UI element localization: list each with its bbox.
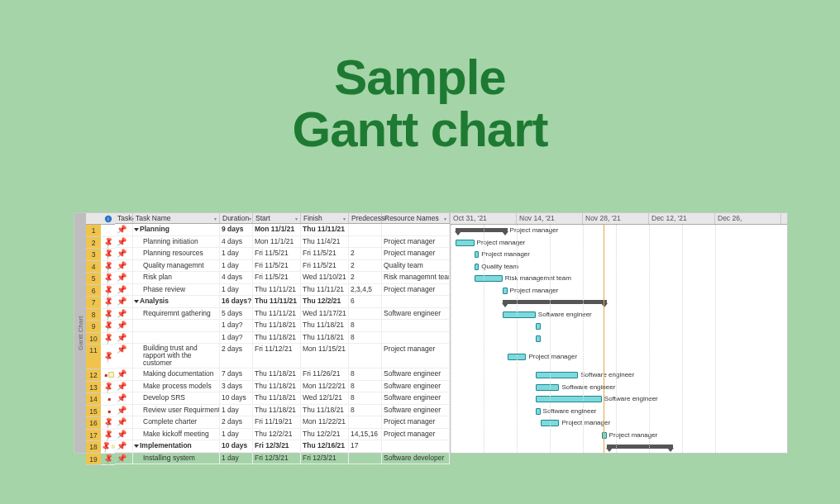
start-cell[interactable]: Thu 11/18/21 — [253, 320, 301, 331]
task-mode-cell[interactable]: 📌 — [115, 368, 133, 380]
predecessors-cell[interactable]: 8 — [349, 405, 382, 416]
task-name-cell[interactable]: Implementation — [133, 440, 220, 452]
row-id[interactable]: 12 — [86, 369, 101, 382]
predecessors-cell[interactable]: 14,15,16 — [349, 429, 382, 440]
resource-cell[interactable] — [382, 320, 450, 331]
row-id[interactable]: 5 — [86, 273, 101, 285]
resource-cell[interactable]: Project manager — [382, 248, 450, 259]
table-row[interactable]: 📌 Installing system 1 day Fri 12/3/21 Fr… — [115, 453, 450, 465]
predecessors-cell[interactable] — [349, 453, 382, 464]
start-cell[interactable]: Fri 12/3/21 — [253, 440, 301, 452]
row-id-header[interactable] — [86, 213, 101, 225]
task-name-cell[interactable]: Review user Requirments — [133, 405, 220, 416]
task-name-cell[interactable]: Quality managemnt — [133, 260, 220, 272]
finish-cell[interactable]: Thu 11/18/21 — [301, 332, 349, 344]
resource-cell[interactable]: Project manager — [382, 284, 450, 296]
duration-cell[interactable]: 1 day? — [220, 332, 253, 344]
table-row[interactable]: 📌 Analysis 16 days? Thu 11/11/21 Thu 12/… — [115, 296, 450, 308]
col-start[interactable]: Start — [253, 213, 301, 223]
task-name-cell[interactable] — [133, 332, 220, 344]
duration-cell[interactable]: 4 days — [220, 236, 253, 248]
row-id[interactable]: 9 — [86, 321, 101, 333]
table-row[interactable]: 📌 Develop SRS 10 days Thu 11/18/21 Wed 1… — [115, 392, 450, 405]
row-id[interactable]: 10 — [86, 333, 101, 345]
finish-cell[interactable]: Thu 11/18/21 — [301, 405, 349, 416]
summary-bar[interactable] — [503, 300, 607, 304]
table-row[interactable]: 📌 Planning initiation 4 days Mon 11/1/21… — [115, 236, 450, 249]
task-bar[interactable] — [503, 288, 508, 294]
start-cell[interactable]: Thu 11/18/21 — [253, 381, 301, 392]
table-row[interactable]: 📌 Risk plan 4 days Fri 11/5/21 Wed 11/10… — [115, 272, 450, 284]
row-id[interactable]: 4 — [86, 261, 101, 273]
task-name-cell[interactable]: Planning — [133, 224, 220, 235]
task-bar[interactable] — [475, 251, 480, 258]
finish-cell[interactable]: Wed 11/17/21 — [301, 308, 349, 320]
resource-cell[interactable] — [382, 440, 450, 452]
start-cell[interactable]: Fri 11/19/21 — [253, 416, 301, 428]
table-row[interactable]: 📌 Planning 9 days Mon 11/1/21 Thu 11/11/… — [115, 224, 450, 236]
resource-cell[interactable]: Quality team — [382, 260, 450, 272]
task-mode-cell[interactable]: 📌 — [115, 405, 133, 416]
row-id[interactable]: 14 — [86, 393, 101, 406]
expand-icon[interactable] — [134, 228, 139, 231]
start-cell[interactable]: Fri 11/5/21 — [253, 248, 301, 259]
finish-cell[interactable]: Mon 11/22/21 — [301, 416, 349, 428]
row-id[interactable]: 13 — [86, 382, 101, 394]
row-id[interactable]: 6 — [86, 285, 101, 297]
finish-cell[interactable]: Thu 12/2/21 — [301, 429, 349, 440]
task-name-cell[interactable]: Phase review — [133, 284, 220, 296]
expand-icon[interactable] — [134, 445, 139, 448]
task-mode-cell[interactable]: 📌 — [115, 416, 133, 428]
start-cell[interactable]: Mon 11/1/21 — [253, 224, 301, 235]
table-row[interactable]: 📌 1 day? Thu 11/18/21 Thu 11/18/21 8 — [115, 332, 450, 345]
task-bar[interactable] — [536, 384, 560, 391]
row-id[interactable]: 15 — [86, 406, 101, 418]
duration-cell[interactable]: 1 day — [220, 429, 253, 440]
duration-cell[interactable]: 1 day? — [220, 320, 253, 331]
predecessors-cell[interactable]: 2 — [349, 260, 382, 272]
start-cell[interactable]: Mon 11/1/21 — [253, 236, 301, 248]
row-id[interactable]: 17 — [86, 430, 101, 442]
col-task-mode[interactable]: Task — [115, 213, 133, 223]
table-row[interactable]: 📌 1 day? Thu 11/18/21 Thu 11/18/21 8 — [115, 320, 450, 332]
task-name-cell[interactable]: Make process models — [133, 381, 220, 392]
task-bar[interactable] — [536, 323, 541, 330]
summary-bar[interactable] — [456, 228, 508, 232]
duration-cell[interactable]: 1 day — [220, 248, 253, 259]
table-row[interactable]: 📌 Complete charter 2 days Fri 11/19/21 M… — [115, 416, 450, 429]
duration-cell[interactable]: 10 days — [220, 440, 253, 452]
task-mode-cell[interactable]: 📌 — [115, 224, 133, 235]
row-id[interactable]: 3 — [86, 249, 101, 261]
table-row[interactable]: 📌 Phase review 1 day Thu 11/11/21 Thu 11… — [115, 284, 450, 297]
duration-cell[interactable]: 3 days — [220, 381, 253, 392]
row-id[interactable]: 1 — [86, 225, 101, 237]
resource-cell[interactable] — [382, 224, 450, 235]
resource-cell[interactable]: Software engineer — [382, 405, 450, 416]
task-mode-cell[interactable]: 📌 — [115, 260, 133, 272]
finish-cell[interactable]: Fri 11/5/21 — [301, 248, 349, 259]
row-id[interactable]: 16 — [86, 417, 101, 430]
task-mode-cell[interactable]: 📌 — [115, 272, 133, 283]
start-cell[interactable]: Thu 11/18/21 — [253, 392, 301, 404]
duration-cell[interactable]: 7 days — [220, 368, 253, 380]
finish-cell[interactable]: Fri 11/5/21 — [301, 260, 349, 272]
predecessors-cell[interactable] — [349, 416, 382, 428]
task-name-cell[interactable]: Installing system — [133, 453, 220, 464]
row-id[interactable]: 19 — [86, 454, 101, 466]
task-bar[interactable] — [475, 275, 503, 282]
table-row[interactable]: 📌 Implementation 10 days Fri 12/3/21 Thu… — [115, 440, 450, 453]
finish-cell[interactable]: Wed 11/10/21 — [301, 272, 349, 283]
task-mode-cell[interactable]: 📌 — [115, 308, 133, 320]
predecessors-cell[interactable]: 2 — [349, 272, 382, 283]
finish-cell[interactable]: Thu 12/2/21 — [301, 296, 349, 307]
task-mode-cell[interactable]: 📌 — [115, 332, 133, 344]
predecessors-cell[interactable]: 8 — [349, 368, 382, 380]
table-row[interactable]: 📌 Make process models 3 days Thu 11/18/2… — [115, 381, 450, 393]
predecessors-cell[interactable]: 8 — [349, 381, 382, 392]
task-mode-cell[interactable]: 📌 — [115, 392, 133, 404]
col-finish[interactable]: Finish — [301, 213, 349, 223]
resource-cell[interactable]: Project manager — [382, 344, 450, 368]
table-row[interactable]: 📌 Planning resources 1 day Fri 11/5/21 F… — [115, 248, 450, 260]
start-cell[interactable]: Thu 11/18/21 — [253, 332, 301, 344]
row-id[interactable]: 8 — [86, 309, 101, 321]
